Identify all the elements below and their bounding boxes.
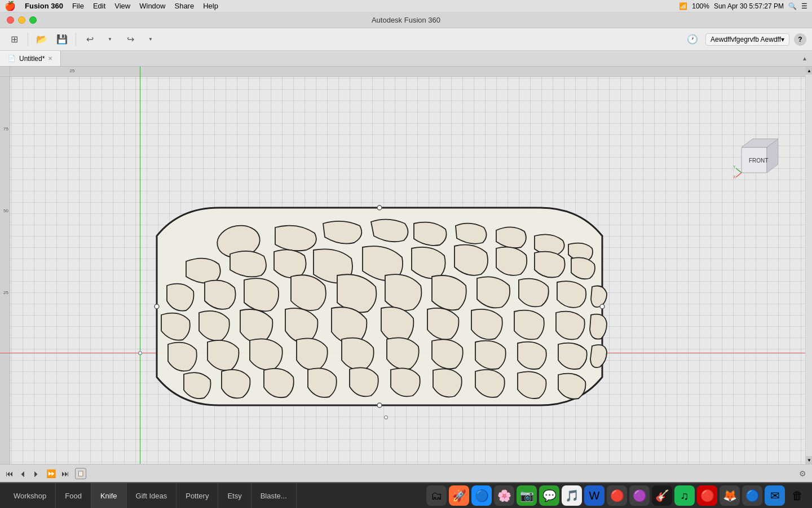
- menubar: 🍎 Fusion 360 File Edit View Window Share…: [0, 0, 812, 12]
- tabbar: 📄 Untitled* ✕ ▲: [0, 51, 812, 67]
- svg-text:X: X: [733, 175, 736, 178]
- history-button[interactable]: 🕐: [684, 32, 701, 47]
- play-first-button[interactable]: ⏮: [6, 469, 14, 478]
- settings-button[interactable]: ⚙: [799, 469, 806, 478]
- close-button[interactable]: [7, 16, 14, 24]
- menu-help[interactable]: Help: [200, 2, 222, 10]
- timeline-controls: ⏮ ⏴ ⏵ ⏩ ⏭ 📋 ⚙: [0, 464, 812, 482]
- browser-tab-workshop[interactable]: Workshop: [5, 483, 56, 508]
- dock-icon-app1[interactable]: 🔴: [607, 485, 627, 506]
- redo-dropdown[interactable]: ▼: [142, 32, 159, 47]
- menu-file[interactable]: File: [69, 2, 87, 10]
- browser-tab-food[interactable]: Food: [56, 483, 91, 508]
- maximize-button[interactable]: [29, 16, 37, 24]
- dock-icon-safari[interactable]: 🔵: [471, 485, 492, 506]
- svg-point-7: [600, 304, 604, 309]
- dock-icon-mail[interactable]: ✉: [765, 485, 785, 506]
- ruler-mark-50: 50: [3, 208, 8, 213]
- ruler-mark-25: 25: [3, 290, 8, 295]
- dock-icon-itunes[interactable]: 🎵: [562, 485, 582, 506]
- svg-text:FRONT: FRONT: [749, 157, 768, 164]
- ruler-corner: [0, 67, 10, 77]
- help-button[interactable]: ?: [794, 33, 806, 46]
- menubar-right: 📶 100% Sun Apr 30 5:57:27 PM 🔍 ☰: [679, 2, 807, 10]
- taskbar: Workshop Food Knife Gift Ideas Pottery E…: [0, 482, 812, 508]
- undo-button[interactable]: ↩: [81, 32, 98, 47]
- vertical-axis: [140, 67, 140, 464]
- orientation-cube[interactable]: FRONT X Y: [733, 133, 778, 178]
- ruler-horizontal: 25: [10, 67, 812, 77]
- dock-icon-facetime[interactable]: 📷: [517, 485, 537, 506]
- ruler-vertical: 100 75 50 25: [0, 67, 10, 464]
- toolbar-right: 🕐 Aewdffvfgegrvfb Aewdff▾ ?: [684, 32, 806, 47]
- separator-1: [28, 33, 28, 46]
- control-center-icon[interactable]: ☰: [801, 2, 807, 10]
- titlebar: Autodesk Fusion 360: [0, 12, 812, 28]
- svg-text:Y: Y: [733, 165, 736, 169]
- tab-title: Untitled*: [19, 55, 45, 63]
- play-prev-button[interactable]: ⏴: [19, 469, 27, 478]
- svg-line-12: [736, 173, 742, 177]
- svg-line-13: [736, 168, 742, 173]
- scroll-up-button[interactable]: ▲: [797, 55, 812, 62]
- toolbar: ⊞ 📂 💾 ↩ ▼ ↪ ▼ 🕐 Aewdffvfgegrvfb Aewdff▾ …: [0, 28, 812, 51]
- dock-icon-messages[interactable]: 💬: [539, 485, 559, 506]
- menu-edit[interactable]: Edit: [90, 2, 109, 10]
- dock-icon-launchpad[interactable]: 🚀: [449, 485, 469, 506]
- user-account-dropdown[interactable]: Aewdffvfgegrvfb Aewdff▾: [705, 33, 789, 46]
- window-controls[interactable]: [7, 16, 37, 24]
- clock: Sun Apr 30 5:57:27 PM: [714, 2, 784, 10]
- dock-icon-firefox[interactable]: 🦊: [720, 485, 740, 506]
- scroll-up-button[interactable]: ▲: [806, 67, 812, 75]
- dock-icon-word[interactable]: W: [584, 485, 604, 506]
- document-tab[interactable]: 📄 Untitled* ✕: [0, 51, 61, 66]
- design-canvas[interactable]: [151, 202, 608, 411]
- menu-window[interactable]: Window: [136, 2, 169, 10]
- redo-button[interactable]: ↪: [122, 32, 139, 47]
- undo-dropdown[interactable]: ▼: [102, 32, 118, 47]
- dock-icon-finder[interactable]: 🗂: [426, 485, 447, 506]
- dock-icon-spotify[interactable]: ♫: [674, 485, 695, 506]
- menu-app-name[interactable]: Fusion 360: [21, 2, 67, 10]
- dock-icon-photos[interactable]: 🌸: [494, 485, 514, 506]
- browser-tab-knife[interactable]: Knife: [91, 483, 127, 508]
- menu-share[interactable]: Share: [171, 2, 197, 10]
- battery-status: 100%: [692, 2, 709, 10]
- control-point-origin[interactable]: [138, 351, 142, 355]
- search-icon[interactable]: 🔍: [788, 2, 797, 10]
- dock-icon-trash[interactable]: 🗑: [787, 485, 807, 506]
- control-point-bottom[interactable]: [384, 415, 388, 419]
- dock-icon-app2[interactable]: 🟣: [629, 485, 650, 506]
- ruler-mark-75: 75: [3, 126, 8, 132]
- dock-icon-garageband[interactable]: 🎸: [652, 485, 672, 506]
- play-last-button[interactable]: ⏭: [61, 469, 69, 478]
- scroll-down-button[interactable]: ▼: [806, 456, 812, 464]
- play-button[interactable]: ⏵: [33, 469, 41, 478]
- wifi-icon: 📶: [679, 2, 687, 10]
- dock-icons: 🗂 🚀 🔵 🌸 📷 💬 🎵 W 🔴 🟣 🎸 ♫ 🔴 🦊 🔵 ✉ 🗑: [426, 485, 807, 506]
- minimize-button[interactable]: [18, 16, 25, 24]
- browser-tab-gift-ideas[interactable]: Gift Ideas: [127, 483, 177, 508]
- menu-view[interactable]: View: [111, 2, 134, 10]
- open-button[interactable]: 📂: [33, 32, 50, 47]
- apple-menu[interactable]: 🍎: [5, 1, 16, 11]
- play-next-button[interactable]: ⏩: [46, 469, 56, 478]
- separator-2: [76, 33, 76, 46]
- grid-view-button[interactable]: ⊞: [6, 32, 23, 47]
- browser-tab-etsy[interactable]: Etsy: [218, 483, 251, 508]
- document-icon: 📄: [8, 55, 16, 62]
- user-label: Aewdffvfgegrvfb Aewdff▾: [710, 36, 784, 43]
- dock-icon-app3[interactable]: 🔴: [697, 485, 717, 506]
- canvas-area: 100 75 50 25 25: [0, 67, 812, 464]
- svg-point-4: [377, 205, 382, 210]
- tab-close-button[interactable]: ✕: [48, 55, 52, 62]
- ruler-mark-h-25: 25: [70, 68, 75, 73]
- browser-tab-blaste[interactable]: Blaste...: [251, 483, 297, 508]
- timeline-icon[interactable]: 📋: [75, 468, 86, 479]
- window-title: Autodesk Fusion 360: [372, 16, 440, 24]
- browser-tabs: Workshop Food Knife Gift Ideas Pottery E…: [5, 483, 297, 508]
- save-button[interactable]: 💾: [54, 32, 70, 47]
- browser-tab-pottery[interactable]: Pottery: [176, 483, 218, 508]
- scrollbar-vertical[interactable]: ▲ ▼: [805, 67, 812, 464]
- dock-icon-chrome[interactable]: 🔵: [742, 485, 762, 506]
